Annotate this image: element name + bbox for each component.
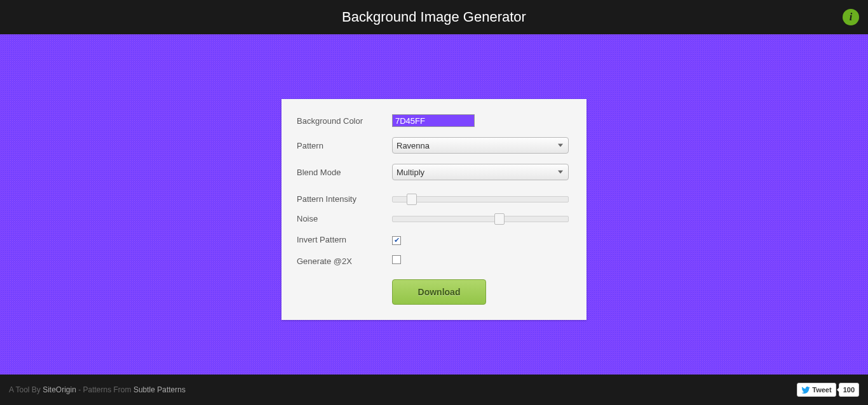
- pattern-select-value: Ravenna: [397, 141, 430, 150]
- subtle-patterns-link[interactable]: Subtle Patterns: [133, 385, 186, 394]
- pattern-intensity-slider[interactable]: [392, 196, 569, 202]
- invert-pattern-checkbox[interactable]: ✔: [392, 236, 401, 245]
- background-color-input[interactable]: [392, 114, 475, 127]
- tweet-count[interactable]: 100: [839, 383, 859, 397]
- pattern-select[interactable]: Ravenna: [392, 137, 569, 154]
- info-icon[interactable]: i: [843, 9, 859, 25]
- app-header: Background Image Generator i: [0, 0, 868, 34]
- blend-mode-label: Blend Mode: [297, 168, 392, 177]
- pattern-intensity-label: Pattern Intensity: [297, 194, 392, 204]
- invert-pattern-label: Invert Pattern: [297, 235, 392, 244]
- pattern-intensity-thumb[interactable]: [407, 194, 417, 205]
- blend-mode-select[interactable]: Multiply: [392, 164, 569, 180]
- tweet-widget: Tweet 100: [797, 383, 859, 397]
- pattern-label: Pattern: [297, 141, 392, 150]
- noise-label: Noise: [297, 214, 392, 223]
- generate-2x-checkbox[interactable]: [392, 255, 401, 264]
- tweet-button[interactable]: Tweet: [797, 383, 836, 397]
- siteorigin-link[interactable]: SiteOrigin: [43, 385, 76, 394]
- noise-thumb[interactable]: [494, 213, 505, 225]
- background-color-label: Background Color: [297, 116, 392, 126]
- twitter-icon: [801, 387, 810, 394]
- noise-slider[interactable]: [392, 216, 569, 222]
- download-button[interactable]: Download: [392, 279, 486, 305]
- app-footer: A Tool By SiteOrigin - Patterns From Sub…: [0, 375, 868, 405]
- footer-credits: A Tool By SiteOrigin - Patterns From Sub…: [9, 385, 186, 394]
- page-title: Background Image Generator: [342, 9, 526, 25]
- generate-2x-label: Generate @2X: [297, 256, 392, 266]
- blend-mode-select-value: Multiply: [397, 168, 424, 177]
- preview-canvas: Background Color Pattern Ravenna Blend M…: [0, 34, 868, 375]
- settings-panel: Background Color Pattern Ravenna Blend M…: [281, 99, 587, 320]
